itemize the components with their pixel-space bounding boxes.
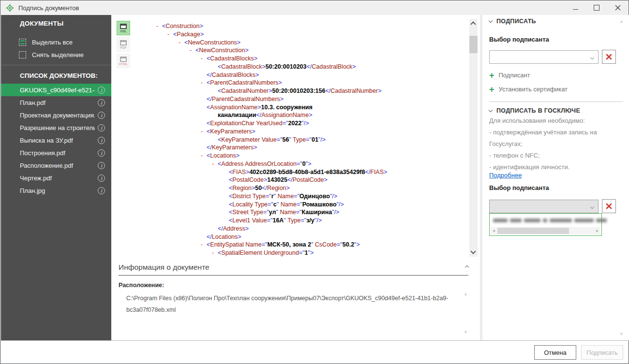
document-info-icon[interactable]: i <box>98 137 105 144</box>
title-bar: Подпись документов <box>0 0 629 15</box>
info-scroll-down-icon[interactable]: ▼ <box>464 330 468 335</box>
collapse-toggle[interactable]: - <box>167 30 173 39</box>
sign-panel-divider <box>489 102 623 102</box>
collapse-toggle[interactable]: - <box>201 241 207 249</box>
goskey-signer-combobox[interactable] <box>489 200 599 213</box>
scrollbar-thumb[interactable] <box>469 36 478 53</box>
maximize-button[interactable] <box>586 0 607 15</box>
document-list-item[interactable]: Чертеж.pdfi <box>1 172 111 184</box>
document-name: Построения.pdf <box>20 149 95 157</box>
goskey-requirement-line: Для использования необходимо: <box>489 115 597 127</box>
signer-select-label: Выбор подписанта <box>489 36 549 43</box>
document-info-icon[interactable]: i <box>98 87 105 94</box>
install-certificate-button[interactable]: + Установить сертификат <box>489 86 568 93</box>
collapse-panel-icon[interactable] <box>465 265 469 269</box>
collapse-toggle[interactable]: - <box>179 39 184 47</box>
document-list-item[interactable]: План.jpgi <box>1 184 111 197</box>
xml-code: -<Construction>-<Package>-<NewConstructi… <box>156 22 465 257</box>
collapse-toggle[interactable]: - <box>212 249 218 257</box>
goskey-requirements-text: Для использования необходимо:- подтвержд… <box>489 115 597 173</box>
clear-signer-button[interactable] <box>602 50 616 64</box>
format-button-pdf[interactable]: PDF <box>117 37 130 52</box>
clear-goskey-signer-button[interactable] <box>602 199 616 213</box>
signer-combobox[interactable] <box>489 50 599 64</box>
deselect-all-button[interactable]: Снять выделение <box>1 48 111 61</box>
plus-icon: + <box>489 86 494 93</box>
document-list-item[interactable]: Разрешение на строительстi <box>1 121 111 134</box>
panel-scroll-down-icon[interactable]: ▼ <box>619 332 624 336</box>
xml-line: <Locality Type="с" Name="Ромашково"/> <box>156 201 465 209</box>
goskey-requirement-line: - телефон с NFC; <box>489 150 597 161</box>
xml-line: -<Locations> <box>156 152 465 160</box>
collapse-toggle[interactable]: - <box>190 46 195 55</box>
deselect-all-label: Снять выделение <box>32 51 84 58</box>
xml-line: -<KeyParameters> <box>156 128 465 136</box>
popup-horizontal-scrollbar[interactable]: ◄ ► <box>491 227 600 234</box>
scroll-down-arrow-icon[interactable] <box>470 248 476 254</box>
sign-panel: ПОДПИСАТЬ Выбор подписанта + Подписант +… <box>482 15 629 340</box>
document-info-icon[interactable]: i <box>98 124 105 131</box>
document-list-item[interactable]: Расположение.pdfi <box>1 159 111 172</box>
document-name: Чертеж.pdf <box>20 175 95 182</box>
document-info-icon[interactable]: i <box>98 187 105 194</box>
document-info-icon[interactable]: i <box>98 99 105 106</box>
sign-button[interactable]: Подписать <box>581 345 623 360</box>
document-info-icon[interactable]: i <box>98 149 105 157</box>
collapse-toggle[interactable]: - <box>201 128 207 136</box>
document-name: Разрешение на строительст <box>20 124 95 131</box>
goskey-requirement-line: Госуслугах; <box>489 138 597 150</box>
xml-line: -<Address AddressOrLocation="0"> <box>156 160 465 168</box>
document-list-item[interactable]: Построения.pdfi <box>1 146 111 159</box>
document-info-panel: Информация о документе Расположение: C:\… <box>111 257 480 340</box>
maximize-icon <box>594 5 599 11</box>
panel-scroll-up-icon[interactable]: ▲ <box>619 19 624 24</box>
document-list-item[interactable]: План.pdfi <box>1 96 111 109</box>
document-list-item[interactable]: GKUOKS_c90d49ef-e521-41bi <box>1 84 111 96</box>
combobox-chevron-icon <box>590 204 594 208</box>
scroll-up-arrow-icon[interactable] <box>470 21 476 27</box>
minimize-icon <box>573 9 578 10</box>
close-button[interactable] <box>607 0 629 15</box>
more-details-link[interactable]: Подробнее <box>489 172 522 179</box>
window-title: Подпись документов <box>18 4 79 12</box>
select-all-button[interactable]: Выделить все <box>1 36 111 48</box>
select-all-label: Выделить все <box>32 39 73 46</box>
document-list-item[interactable]: Выписка на ЗУ.pdfi <box>1 134 111 146</box>
collapse-toggle[interactable]: - <box>201 152 207 160</box>
sign-section-title: ПОДПИСАТЬ <box>496 18 536 25</box>
xml-line: </Locations> <box>156 233 465 241</box>
xml-vertical-scrollbar[interactable] <box>469 19 478 257</box>
collapse-toggle[interactable]: - <box>201 55 207 63</box>
document-list-item[interactable]: Проектная документация.pdi <box>1 109 111 121</box>
collapse-toggle[interactable]: - <box>156 22 162 30</box>
document-info-icon[interactable]: i <box>98 112 105 119</box>
signer-option-redacted[interactable] <box>490 214 601 226</box>
document-info-icon[interactable]: i <box>98 162 105 169</box>
chevron-down-icon <box>489 19 493 23</box>
document-preview-area: XMLPDFHTML -<Construction>-<Package>-<Ne… <box>111 15 480 340</box>
add-signer-button[interactable]: + Подписант <box>489 72 530 79</box>
scroll-right-arrow-icon[interactable]: ► <box>594 229 600 233</box>
collapse-toggle[interactable]: - <box>201 79 207 87</box>
format-button-html[interactable]: HTML <box>117 54 130 68</box>
sidebar-divider <box>1 65 111 65</box>
app-target-icon <box>6 4 14 12</box>
xml-line: <District Type="г" Name="Одинцово"/> <box>156 192 465 201</box>
cancel-button[interactable]: Отмена <box>534 345 576 360</box>
document-name: План.jpg <box>20 187 95 194</box>
minimize-button[interactable] <box>565 0 586 15</box>
format-button-xml[interactable]: XML <box>117 21 130 35</box>
document-info-icon[interactable]: i <box>98 175 105 182</box>
sign-section-header[interactable]: ПОДПИСАТЬ <box>489 18 536 25</box>
goskey-section-header[interactable]: ПОДПИСАТЬ В ГОСКЛЮЧЕ <box>489 107 580 114</box>
xml-line: <CadastralBlock>50:20:0010203</Cadastral… <box>156 63 465 71</box>
file-format-icon <box>120 40 127 45</box>
scroll-left-arrow-icon[interactable]: ◄ <box>491 229 497 233</box>
info-scroll-up-icon[interactable]: ▲ <box>464 291 468 296</box>
xml-line: -<NewConstructions> <box>156 39 465 47</box>
red-x-icon <box>606 54 612 60</box>
scrollbar-thumb[interactable] <box>497 228 569 234</box>
document-name: Расположение.pdf <box>20 162 95 169</box>
collapse-toggle[interactable]: - <box>212 160 218 168</box>
select-all-icon <box>19 39 26 46</box>
